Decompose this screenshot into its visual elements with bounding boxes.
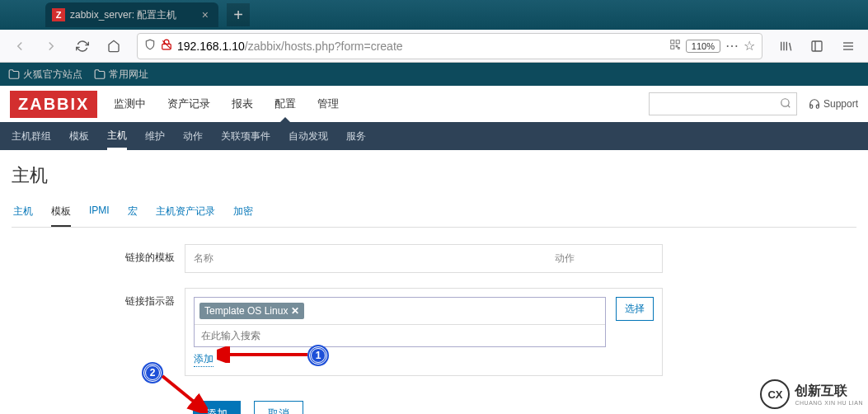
host-tabs: 主机 模板 IPMI 宏 主机资产记录 加密 [12, 198, 856, 228]
bookmark-star-icon[interactable]: ☆ [744, 38, 755, 54]
select-button[interactable]: 选择 [616, 297, 654, 321]
zabbix-logo[interactable]: ZABBIX [10, 91, 97, 118]
watermark-sub: CHUANG XIN HU LIAN [795, 400, 863, 406]
sidebar-icon[interactable] [804, 33, 830, 59]
tab-templates[interactable]: 模板 [51, 198, 71, 227]
global-search[interactable] [649, 92, 797, 115]
tab-ipmi[interactable]: IPMI [89, 198, 110, 227]
remove-tag-icon[interactable]: ✕ [291, 305, 299, 317]
svg-rect-2 [671, 40, 674, 43]
subnav-services[interactable]: 服务 [346, 123, 366, 150]
page-content: 主机 主机 模板 IPMI 宏 主机资产记录 加密 链接的模板 名称 动作 [0, 150, 868, 414]
app: ZABBIX 监测中 资产记录 报表 配置 管理 Support 主机群组 模板… [0, 86, 868, 414]
shield-icon [144, 39, 156, 54]
search-input[interactable] [655, 98, 780, 110]
bookmark-item[interactable]: 常用网址 [94, 68, 148, 82]
linked-templates-table: 名称 动作 [185, 244, 663, 273]
nav-monitoring[interactable]: 监测中 [112, 87, 148, 121]
subnav-actions[interactable]: 动作 [183, 123, 203, 150]
watermark-logo: CX [760, 379, 790, 409]
tab-title: zabbix_server: 配置主机 [70, 8, 199, 22]
watermark: CX 创新互联 CHUANG XIN HU LIAN [760, 379, 863, 409]
browser-chrome: Z zabbix_server: 配置主机 × + [0, 0, 868, 30]
template-search-input[interactable] [195, 324, 605, 346]
cancel-button[interactable]: 取消 [254, 401, 303, 414]
url-text: 192.168.1.10/zabbix/hosts.php?form=creat… [177, 40, 664, 53]
arrow-icon [158, 372, 208, 413]
close-icon[interactable]: × [199, 8, 212, 21]
tab-bar: Z zabbix_server: 配置主机 × + [0, 0, 868, 30]
main-nav: 监测中 资产记录 报表 配置 管理 [112, 87, 649, 121]
new-tab-button[interactable]: + [227, 3, 250, 26]
url-bar[interactable]: 192.168.1.10/zabbix/hosts.php?form=creat… [137, 33, 762, 59]
nav-administration[interactable]: 管理 [316, 87, 340, 121]
svg-point-16 [781, 98, 789, 106]
subnav-discovery[interactable]: 自动发现 [289, 123, 328, 150]
svg-rect-5 [676, 45, 678, 47]
col-name: 名称 [194, 252, 555, 266]
col-action: 动作 [555, 252, 654, 266]
form-area: 链接的模板 名称 动作 链接指示器 [12, 228, 856, 414]
svg-line-19 [162, 376, 198, 405]
bookmark-item[interactable]: 火狐官方站点 [8, 68, 82, 82]
tab-host[interactable]: 主机 [13, 198, 33, 227]
bookmark-label: 火狐官方站点 [23, 68, 82, 82]
annotation-1: 1 [309, 346, 327, 365]
svg-rect-3 [676, 40, 679, 43]
label-linked-templates: 链接的模板 [110, 244, 185, 265]
nav-reports[interactable]: 报表 [230, 87, 255, 121]
sub-nav: 主机群组 模板 主机 维护 动作 关联项事件 自动发现 服务 [0, 122, 868, 150]
browser-tab[interactable]: Z zabbix_server: 配置主机 × [45, 2, 218, 27]
lock-icon [161, 39, 172, 54]
nav-bar: 192.168.1.10/zabbix/hosts.php?form=creat… [0, 30, 868, 63]
svg-rect-11 [812, 41, 822, 51]
subnav-templates[interactable]: 模板 [69, 123, 89, 150]
add-template-link[interactable]: 添加 [194, 352, 213, 367]
form-actions: 添加 取消 2 [193, 401, 856, 414]
home-button[interactable] [101, 33, 127, 59]
arrow-icon [217, 346, 312, 363]
nav-inventory[interactable]: 资产记录 [166, 87, 212, 121]
template-tag: Template OS Linux ✕ [199, 303, 304, 319]
tab-inventory[interactable]: 主机资产记录 [156, 198, 215, 227]
zoom-badge[interactable]: 110% [686, 40, 720, 53]
svg-line-10 [790, 43, 791, 50]
subnav-correlation[interactable]: 关联项事件 [221, 123, 270, 150]
qr-icon[interactable] [669, 39, 681, 54]
svg-rect-6 [678, 47, 679, 49]
support-label: Support [823, 98, 858, 110]
bookmark-label: 常用网址 [109, 68, 148, 82]
support-link[interactable]: Support [809, 98, 858, 110]
tab-favicon: Z [52, 8, 65, 21]
nav-configuration[interactable]: 配置 [273, 87, 298, 121]
subnav-hosts[interactable]: 主机 [107, 122, 127, 150]
subnav-maintenance[interactable]: 维护 [145, 123, 165, 150]
tab-macros[interactable]: 宏 [128, 198, 138, 227]
label-link-indicator: 链接指示器 [110, 288, 185, 308]
template-tag-label: Template OS Linux [204, 305, 288, 317]
app-header: ZABBIX 监测中 资产记录 报表 配置 管理 Support [0, 86, 868, 122]
subnav-hostgroups[interactable]: 主机群组 [12, 123, 51, 150]
more-icon[interactable]: ⋯ [725, 38, 739, 54]
watermark-text: 创新互联 [795, 383, 863, 400]
svg-line-17 [788, 105, 791, 107]
row-link-indicator: 链接指示器 Template OS Linux ✕ 选 [110, 288, 856, 376]
tab-encryption[interactable]: 加密 [233, 198, 253, 227]
search-icon[interactable] [780, 97, 791, 111]
row-linked-templates: 链接的模板 名称 动作 [110, 244, 856, 273]
svg-rect-4 [671, 45, 674, 49]
bookmark-bar: 火狐官方站点 常用网址 [0, 63, 868, 86]
back-button[interactable] [7, 33, 33, 59]
library-icon[interactable] [772, 33, 799, 59]
menu-icon[interactable] [835, 33, 861, 59]
page-title: 主机 [12, 158, 856, 198]
forward-button[interactable] [38, 33, 64, 59]
reload-button[interactable] [69, 33, 96, 59]
template-multiselect[interactable]: Template OS Linux ✕ [194, 297, 606, 347]
